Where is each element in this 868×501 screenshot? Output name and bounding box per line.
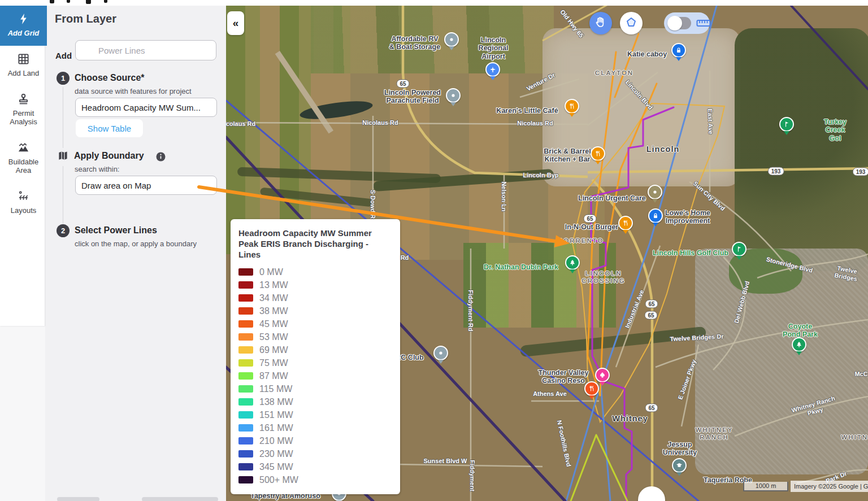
poi-green-label: Dr. Nathan Dubin Park <box>484 263 558 271</box>
panel-title: From Layer <box>55 12 116 25</box>
legend-label: 345 MW <box>259 462 293 472</box>
area-label: WHITNEY RANCH <box>695 426 733 441</box>
legend-swatch <box>238 372 253 380</box>
highway-shield-193: 193 <box>768 167 784 176</box>
lock-icon <box>671 43 686 58</box>
sidebar-item-buildable-area[interactable]: Buildable Area <box>0 134 47 183</box>
legend-swatch <box>238 346 253 354</box>
road-label: Sunset Blvd W <box>423 458 467 465</box>
lincoln-urgent-care-pin[interactable] <box>648 185 662 203</box>
lowes-pin[interactable] <box>648 208 663 226</box>
legend-label: 138 MW <box>259 397 293 407</box>
measure-toggle-control[interactable] <box>664 12 710 34</box>
lightning-icon <box>1 12 46 27</box>
turkey-creek-golf-pin[interactable] <box>779 117 794 135</box>
in-n-out-pin[interactable] <box>618 216 633 234</box>
legend-entry: 0 MW <box>238 265 392 278</box>
road-label: Fiddyment Rd <box>467 290 475 331</box>
restaurant-icon <box>591 146 605 161</box>
legend-entry: 345 MW <box>238 460 392 473</box>
map-canvas[interactable]: colaus RdNicolaus RdNicolaus RdVenture D… <box>226 6 868 501</box>
road-label: East Ave <box>706 108 714 134</box>
source-select[interactable] <box>75 98 217 117</box>
road-label: Nicolaus Rd <box>517 120 553 127</box>
road-label: Athens Ave <box>533 390 567 398</box>
legend-label: 53 MW <box>259 332 288 342</box>
road-label: Lincoln Byp <box>523 172 559 179</box>
legend-label: 115 MW <box>259 384 292 394</box>
sidebar-item-add-grid[interactable]: Add Grid <box>0 6 47 46</box>
line-75mw[interactable] <box>571 435 627 501</box>
area-label: CLAYTON <box>595 69 633 77</box>
legend-entry: 34 MW <box>238 291 392 304</box>
lincoln-hills-golf-pin[interactable] <box>732 242 747 260</box>
draw-polygon-button[interactable] <box>620 12 643 34</box>
road-label: Fiddyment <box>469 460 476 491</box>
top-window-strip <box>0 0 868 6</box>
sidebar-item-add-land[interactable]: Add Land <box>0 46 47 86</box>
pan-tool-button[interactable] <box>589 12 612 34</box>
legend-swatch <box>238 437 253 445</box>
ruler-icon <box>696 18 711 28</box>
lock-icon <box>648 208 663 223</box>
parachute-field-pin[interactable] <box>446 88 461 106</box>
casino-restaurant-pin[interactable] <box>584 381 599 399</box>
map-scale-bar: 1000 m <box>743 482 788 491</box>
legend-label: 230 MW <box>259 449 293 459</box>
karens-little-cafe-pin[interactable] <box>565 99 579 117</box>
sidebar-item-layouts[interactable]: Layouts <box>0 183 47 223</box>
add-power-lines-input[interactable] <box>75 40 216 60</box>
road-label: Nelson Ln <box>501 181 508 211</box>
terrain-icon <box>1 141 46 156</box>
apply-boundary-title: Apply Boundary <box>74 151 144 161</box>
road-label: McC <box>854 371 867 378</box>
boundary-select[interactable] <box>75 176 217 195</box>
highway-shield-65: 65 <box>396 80 409 88</box>
rc-club-pin[interactable] <box>433 346 448 364</box>
area-label: LINCOLN CROSSING <box>581 270 625 285</box>
poi-label: Thunder Valley Casino Reso <box>539 369 589 385</box>
generic-icon <box>648 185 662 199</box>
legend-swatch <box>238 476 253 483</box>
sidebar-item-permit-analysis[interactable]: Permit Analysis <box>0 86 47 134</box>
toggle-switch[interactable] <box>669 17 691 29</box>
lincoln-regional-airport-pin[interactable] <box>485 62 500 80</box>
select-power-lines-title: Select Power Lines <box>75 225 157 236</box>
poi-label: Brick & Barrel Kitchen + Bar <box>544 147 591 164</box>
polygon-icon <box>624 16 638 31</box>
sidebar-item-label: Add Grid <box>1 29 46 38</box>
dubin-park-pin[interactable] <box>565 255 580 273</box>
poi-green-label: Lincoln Hills Golf Club <box>653 249 728 257</box>
info-icon[interactable] <box>156 152 166 164</box>
legend-card: Headroom Capacity MW Summer Peak ERIS Br… <box>231 219 400 494</box>
katie-caboy-pin[interactable] <box>671 43 686 61</box>
jessup-university-pin[interactable] <box>672 458 687 476</box>
line-500mw-ne[interactable] <box>791 6 868 89</box>
poi-label: Lincoln Powered Parachute Field <box>384 89 441 105</box>
tree-icon <box>565 255 580 270</box>
legend-label: 500+ MW <box>259 475 298 485</box>
road-label: S Dowd Rd <box>370 190 377 223</box>
area-label: SORRENTO <box>558 237 604 245</box>
step-1-circle: 1 <box>57 72 70 85</box>
restaurant-icon <box>565 99 579 114</box>
coyote-pond-park-pin[interactable] <box>792 337 806 355</box>
affordable-rv-pin[interactable] <box>444 32 459 50</box>
collapse-panel-button[interactable]: « <box>227 11 244 35</box>
legend-swatch <box>238 424 253 432</box>
show-table-button[interactable]: Show Table <box>76 119 143 137</box>
legend-swatch <box>238 450 253 458</box>
search-within-label: search within: <box>75 165 119 173</box>
legend-entry: 210 MW <box>238 434 392 447</box>
golf-icon <box>779 117 794 132</box>
brick-barrel-pin[interactable] <box>591 146 605 164</box>
sidebar-item-label: Layouts <box>1 207 46 215</box>
legend-label: 75 MW <box>259 358 288 368</box>
poi-label: Karen's Little Café <box>496 107 558 115</box>
layouts-icon <box>1 190 46 204</box>
from-layer-panel: From Layer Add 1 Choose Source* data sou… <box>45 6 226 501</box>
step-connector <box>63 166 63 224</box>
legend-entry: 38 MW <box>238 304 392 317</box>
poi-label: Katie caboy <box>627 50 667 58</box>
legend-label: 38 MW <box>259 306 288 316</box>
